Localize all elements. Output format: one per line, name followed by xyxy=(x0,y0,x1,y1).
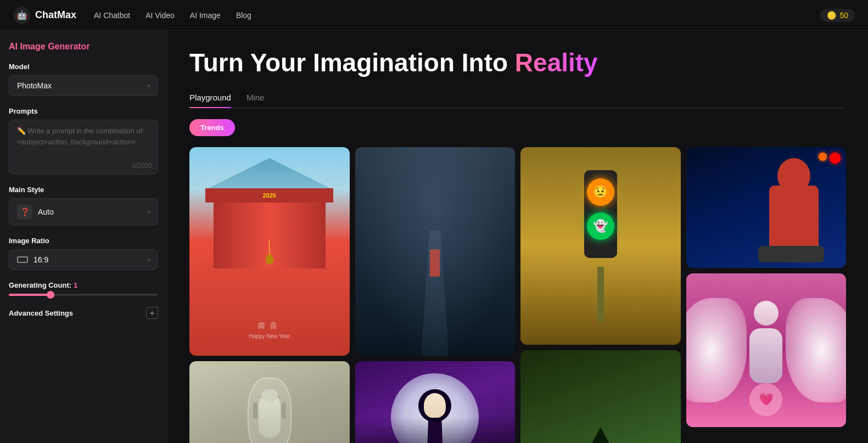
advanced-settings-label: Advanced Settings xyxy=(9,309,73,317)
gallery-col-3: 😟 👻 xyxy=(520,147,681,443)
image-gallery: 2025 壽喜 Happy New Year xyxy=(189,147,846,443)
prompts-textarea[interactable]: ✏️ Write a prompt in the combination of:… xyxy=(9,120,158,175)
credits-value: 50 xyxy=(839,11,848,20)
image-traffic-light[interactable]: 😟 👻 xyxy=(520,147,681,345)
image-santa-dj[interactable] xyxy=(686,147,847,268)
main-layout: AI Image Generator Model PhotoMax › Prom… xyxy=(0,31,868,443)
count-slider[interactable] xyxy=(9,294,158,296)
style-section: Main Style ❓ Auto › xyxy=(9,186,158,226)
coin-icon: 🪙 xyxy=(827,11,836,20)
slider-thumb xyxy=(47,291,54,299)
ratio-select[interactable]: 16:9 › xyxy=(9,249,158,270)
model-select[interactable]: PhotoMax › xyxy=(9,75,158,96)
ratio-label: Image Ratio xyxy=(9,237,158,245)
image-misty-path[interactable] xyxy=(355,147,516,356)
navbar-links: AI Chatbot AI Video AI Image Blog xyxy=(94,11,803,20)
image-mech[interactable] xyxy=(189,361,350,443)
sidebar: AI Image Generator Model PhotoMax › Prom… xyxy=(0,31,167,443)
model-label: Model xyxy=(9,63,158,71)
style-value: Auto xyxy=(38,208,142,216)
hero-title-gradient: Reality xyxy=(515,48,598,77)
ratio-value: 16:9 xyxy=(33,255,142,264)
tab-mine[interactable]: Mine xyxy=(247,93,265,108)
gallery-col-1: 2025 壽喜 Happy New Year xyxy=(189,147,350,443)
nav-ai-video[interactable]: AI Video xyxy=(145,11,175,20)
advanced-settings-row: Advanced Settings + xyxy=(9,307,158,319)
style-label: Main Style xyxy=(9,186,158,194)
image-angel-girl[interactable]: 💗 xyxy=(686,273,847,427)
count-value: 1 xyxy=(74,281,77,289)
ratio-section: Image Ratio 16:9 › xyxy=(9,237,158,270)
main-content: Turn Your Imagination Into Reality Playg… xyxy=(167,31,868,443)
model-chevron-icon: › xyxy=(148,82,150,89)
app-name: ChatMax xyxy=(35,9,76,21)
count-label: Generating Count: xyxy=(9,281,71,289)
app-logo[interactable]: 🤖 ChatMax xyxy=(13,7,76,24)
prompts-count: 0/2000 xyxy=(132,162,152,170)
logo-icon: 🤖 xyxy=(13,7,31,24)
hero-title: Turn Your Imagination Into Reality xyxy=(189,48,846,77)
style-select[interactable]: ❓ Auto › xyxy=(9,198,158,226)
credits-display: 🪙 50 xyxy=(820,9,855,22)
prompts-placeholder: ✏️ Write a prompt in the combination of:… xyxy=(17,126,150,147)
gallery-col-4: 💗 xyxy=(686,147,847,443)
tab-playground[interactable]: Playground xyxy=(189,93,231,108)
gallery-col-2 xyxy=(355,147,516,443)
tabs: Playground Mine xyxy=(189,93,846,108)
image-temple[interactable]: 2025 壽喜 Happy New Year xyxy=(189,147,350,356)
nav-ai-image[interactable]: AI Image xyxy=(190,11,221,20)
trends-button[interactable]: Trends xyxy=(189,119,235,136)
prompts-label: Prompts xyxy=(9,107,158,115)
navbar: 🤖 ChatMax AI Chatbot AI Video AI Image B… xyxy=(0,0,868,31)
ratio-icon xyxy=(17,256,28,263)
ratio-chevron-icon: › xyxy=(148,256,150,263)
count-section: Generating Count: 1 xyxy=(9,281,158,296)
style-chevron-icon: › xyxy=(148,208,150,216)
model-value: PhotoMax xyxy=(17,81,52,90)
style-icon: ❓ xyxy=(17,204,32,220)
image-anime-girl[interactable] xyxy=(355,361,516,443)
prompts-section: Prompts ✏️ Write a prompt in the combina… xyxy=(9,107,158,175)
image-wolf-forest[interactable] xyxy=(520,350,681,443)
nav-blog[interactable]: Blog xyxy=(236,11,251,20)
advanced-settings-toggle[interactable]: + xyxy=(146,307,158,319)
sidebar-title: AI Image Generator xyxy=(9,42,158,52)
model-section: Model PhotoMax › xyxy=(9,63,158,96)
nav-ai-chatbot[interactable]: AI Chatbot xyxy=(94,11,130,20)
